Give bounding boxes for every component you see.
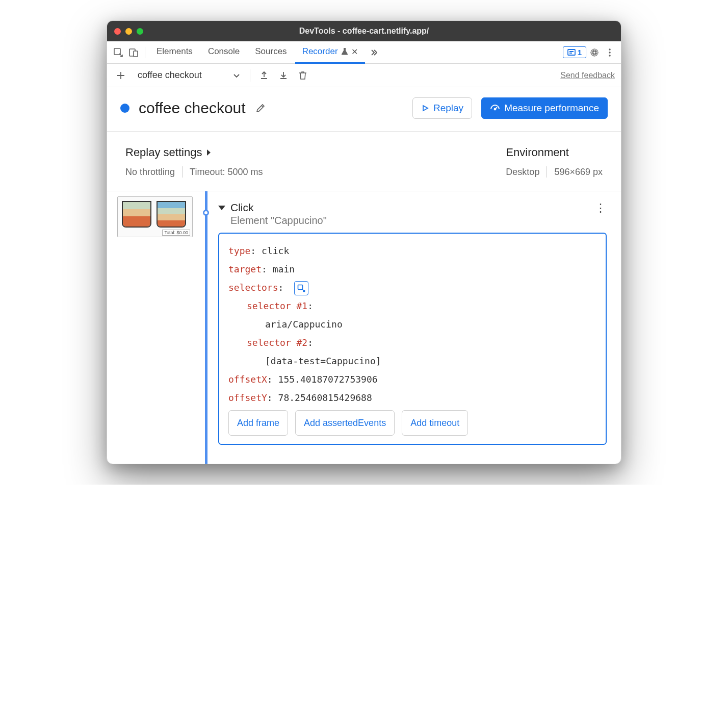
viewport-value: 596×669 px [554, 167, 603, 178]
more-tabs-icon[interactable] [366, 45, 380, 60]
devtools-tabstrip: Elements Console Sources Recorder ✕ 1 [107, 41, 621, 64]
recording-header: coffee checkout Replay Measure performan… [107, 87, 621, 132]
gear-icon[interactable] [587, 45, 602, 60]
key-target: target [228, 264, 262, 274]
key-selector-1: selector #1 [247, 300, 307, 311]
add-timeout-button[interactable]: Add timeout [402, 410, 468, 436]
svg-point-5 [609, 52, 611, 54]
mug-icon [157, 201, 186, 228]
value-selector-1[interactable]: aria/Cappucino [265, 319, 343, 330]
tab-label: Recorder [302, 46, 338, 57]
step-thumbnail[interactable]: Total: $0.00 [117, 196, 193, 237]
value-offsety[interactable]: 78.25460815429688 [278, 392, 372, 403]
close-window-button[interactable] [114, 28, 121, 35]
chevron-down-icon [232, 71, 241, 80]
edit-title-icon[interactable] [255, 103, 266, 114]
new-recording-icon[interactable] [113, 68, 128, 83]
mug-icon [122, 201, 151, 228]
svg-point-4 [609, 48, 611, 51]
key-offsetx: offsetX [228, 374, 267, 385]
maximize-window-button[interactable] [137, 28, 143, 35]
throttling-value: No throttling [125, 167, 175, 178]
value-offsetx[interactable]: 155.40187072753906 [278, 374, 378, 385]
section-title: Environment [506, 146, 569, 159]
recorder-toolbar: coffee checkout Send feedback [107, 64, 621, 87]
minimize-window-button[interactable] [125, 28, 132, 35]
svg-point-7 [495, 109, 496, 110]
timeline [199, 191, 213, 464]
settings-row: Replay settings No throttling Timeout: 5… [107, 132, 621, 191]
button-label: Measure performance [504, 103, 599, 114]
value-type[interactable]: click [262, 245, 289, 256]
divider [250, 69, 250, 82]
thumbnail-price: Total: $0.00 [162, 230, 190, 236]
collapse-step-icon[interactable] [218, 206, 225, 210]
environment-values: Desktop 596×669 px [506, 166, 603, 178]
kebab-menu-icon[interactable] [603, 45, 617, 60]
key-type: type [228, 245, 250, 256]
svg-point-6 [609, 55, 611, 57]
step-json-editor[interactable]: type: click target: main selectors: sele… [218, 233, 607, 445]
pick-selector-icon[interactable] [294, 281, 308, 295]
tab-console[interactable]: Console [201, 41, 247, 64]
divider [182, 166, 183, 178]
measure-performance-button[interactable]: Measure performance [481, 97, 608, 119]
step-detail: Click Element "Cappucino" ⋮ type: click … [213, 191, 621, 464]
recording-name: coffee checkout [138, 70, 202, 81]
tab-label: Elements [157, 46, 193, 57]
inspect-icon[interactable] [111, 45, 125, 60]
value-selector-2[interactable]: [data-test=Cappucino] [265, 356, 381, 366]
tab-label: Console [208, 46, 240, 57]
add-frame-button[interactable]: Add frame [228, 410, 288, 436]
device-value: Desktop [506, 167, 539, 178]
key-offsety: offsetY [228, 392, 267, 403]
window-title: DevTools - coffee-cart.netlify.app/ [107, 27, 621, 36]
step-subtitle: Element "Cappucino" [230, 215, 590, 227]
svg-rect-2 [134, 51, 138, 57]
divider [145, 47, 145, 58]
close-tab-icon[interactable]: ✕ [351, 47, 358, 57]
step-title: Click [230, 202, 590, 214]
devtools-window: DevTools - coffee-cart.netlify.app/ Elem… [107, 20, 621, 464]
import-icon[interactable] [276, 68, 291, 83]
send-feedback-link[interactable]: Send feedback [560, 71, 615, 80]
recording-selector[interactable]: coffee checkout [133, 70, 244, 81]
issues-badge[interactable]: 1 [563, 46, 586, 58]
timeline-step-dot[interactable] [203, 210, 209, 216]
svg-rect-3 [568, 49, 575, 55]
flask-icon [341, 47, 348, 56]
step-menu-icon[interactable]: ⋮ [595, 202, 607, 215]
tab-recorder[interactable]: Recorder ✕ [295, 41, 365, 64]
traffic-lights [114, 28, 143, 35]
environment-settings: Environment Desktop 596×669 px [506, 146, 603, 178]
add-asserted-events-button[interactable]: Add assertedEvents [295, 410, 395, 436]
value-target[interactable]: main [273, 264, 295, 274]
tab-label: Sources [255, 46, 287, 57]
replay-settings-values: No throttling Timeout: 5000 ms [125, 166, 263, 178]
titlebar: DevTools - coffee-cart.netlify.app/ [107, 21, 621, 41]
status-dot [120, 104, 129, 113]
timeline-line [205, 191, 207, 464]
button-label: Replay [433, 103, 463, 114]
replay-settings-toggle[interactable]: Replay settings [125, 146, 263, 159]
tab-sources[interactable]: Sources [248, 41, 294, 64]
device-toggle-icon[interactable] [126, 45, 141, 60]
delete-icon[interactable] [295, 68, 310, 83]
issues-count: 1 [578, 48, 582, 57]
step-header: Click Element "Cappucino" ⋮ [218, 202, 607, 227]
timeout-value: Timeout: 5000 ms [190, 167, 263, 178]
divider [547, 166, 547, 178]
replay-button[interactable]: Replay [412, 97, 472, 119]
tab-elements[interactable]: Elements [149, 41, 200, 64]
key-selectors: selectors [228, 282, 278, 293]
export-icon[interactable] [256, 68, 272, 83]
thumbnail-column: Total: $0.00 [107, 191, 199, 464]
key-selector-2: selector #2 [247, 337, 307, 348]
page-title: coffee checkout [139, 99, 246, 117]
section-title: Replay settings [125, 146, 202, 159]
replay-settings: Replay settings No throttling Timeout: 5… [125, 146, 263, 178]
step-area: Total: $0.00 Click Element "Cappucino" ⋮… [107, 191, 621, 464]
